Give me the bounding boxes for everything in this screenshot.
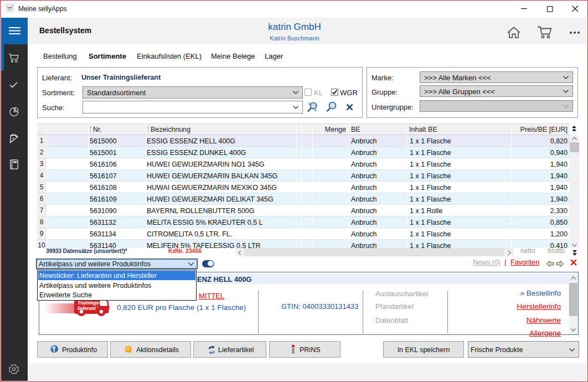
svg-text:lieferant: lieferant: [78, 306, 96, 311]
svg-text:Trainings-: Trainings-: [78, 300, 100, 306]
